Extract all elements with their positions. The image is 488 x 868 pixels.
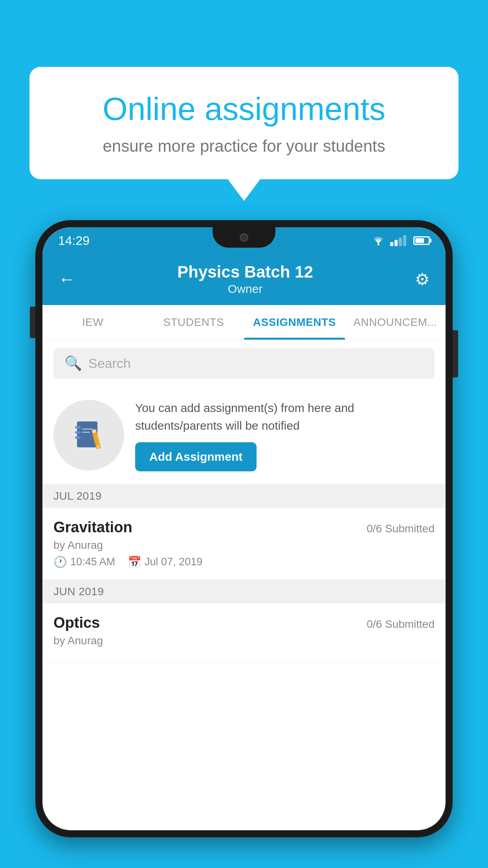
svg-rect-2	[75, 426, 81, 428]
month-separator-jun: JUN 2019	[42, 580, 446, 603]
svg-rect-3	[75, 431, 81, 434]
assignment-author: by Anurag	[53, 634, 435, 647]
header-title-block: Physics Batch 12 Owner	[177, 263, 313, 296]
assignment-title: Optics	[53, 614, 100, 631]
phone-outer: 14:29	[35, 220, 453, 837]
search-bar[interactable]: 🔍 Search	[53, 348, 435, 379]
assignment-meta: 🕐 10:45 AM 📅 Jul 07, 2019	[53, 555, 435, 568]
battery-icon	[413, 236, 430, 245]
time-meta: 🕐 10:45 AM	[53, 555, 115, 568]
wifi-icon	[371, 235, 385, 246]
batch-name: Physics Batch 12	[177, 263, 313, 281]
assignment-row: Gravitation 0/6 Submitted	[53, 519, 435, 536]
assignment-submitted-count: 0/6 Submitted	[367, 618, 435, 631]
assignment-icon-circle	[53, 400, 124, 471]
assignment-item-optics[interactable]: Optics 0/6 Submitted by Anurag	[42, 603, 446, 662]
tab-assignments[interactable]: ASSIGNMENTS	[244, 305, 345, 340]
svg-rect-4	[75, 436, 81, 439]
promo-card: Online assignments ensure more practice …	[29, 67, 459, 179]
tab-iew[interactable]: IEW	[42, 305, 143, 340]
tab-students[interactable]: STUDENTS	[143, 305, 244, 340]
add-assignment-button[interactable]: Add Assignment	[135, 442, 257, 471]
assignment-time: 10:45 AM	[70, 556, 115, 568]
back-button[interactable]: ←	[58, 269, 75, 289]
promo-section: You can add assignment(s) from here and …	[42, 386, 446, 484]
assignment-submitted-count: 0/6 Submitted	[367, 522, 435, 535]
assignment-title: Gravitation	[53, 519, 132, 536]
phone-notch	[213, 227, 275, 248]
calendar-icon: 📅	[128, 555, 141, 568]
signal-icon	[390, 235, 406, 246]
search-container: 🔍 Search	[42, 340, 446, 386]
search-placeholder: Search	[88, 356, 131, 371]
svg-rect-5	[82, 428, 93, 430]
month-separator-jul: JUL 2019	[42, 484, 446, 508]
date-meta: 📅 Jul 07, 2019	[128, 555, 202, 568]
tab-announcements[interactable]: ANNOUNCEM...	[345, 305, 446, 340]
assignment-item-gravitation[interactable]: Gravitation 0/6 Submitted by Anurag 🕐 10…	[42, 508, 446, 580]
promo-title: Online assignments	[57, 90, 431, 127]
status-time: 14:29	[58, 234, 90, 248]
promo-subtitle: ensure more practice for your students	[57, 137, 431, 156]
tab-bar: IEW STUDENTS ASSIGNMENTS ANNOUNCEM...	[42, 305, 446, 340]
search-icon: 🔍	[64, 355, 82, 371]
phone-screen: 14:29	[42, 227, 446, 830]
status-icons	[371, 235, 430, 246]
svg-rect-6	[82, 432, 90, 433]
batch-role: Owner	[177, 282, 313, 296]
promo-description: You can add assignment(s) from here and …	[135, 399, 435, 434]
notebook-icon	[71, 417, 106, 453]
assignment-author: by Anurag	[53, 539, 435, 552]
phone-wrapper: 14:29	[35, 220, 453, 868]
settings-button[interactable]: ⚙	[415, 270, 430, 289]
assignment-date: Jul 07, 2019	[145, 556, 202, 568]
camera-icon	[240, 233, 248, 242]
promo-right: You can add assignment(s) from here and …	[135, 399, 435, 471]
clock-icon: 🕐	[53, 555, 67, 568]
assignment-row: Optics 0/6 Submitted	[53, 614, 435, 631]
svg-point-0	[378, 244, 380, 246]
app-header: ← Physics Batch 12 Owner ⚙	[42, 254, 446, 305]
